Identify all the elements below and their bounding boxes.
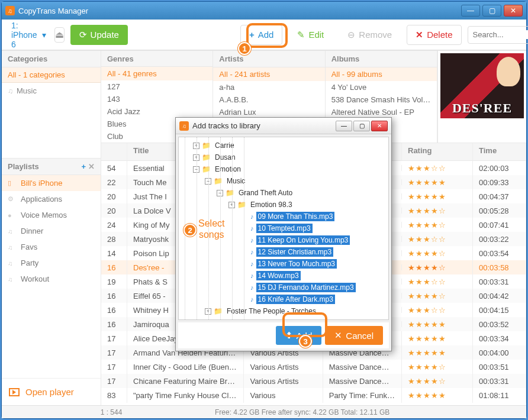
album-art: DES'REE	[440, 53, 524, 118]
track-row[interactable]: 83"party Time Funky House Classi…Various…	[101, 388, 526, 402]
playlist-item[interactable]: ♫Favs	[2, 239, 101, 255]
tree-file-selected[interactable]: ♪12 Sister Christian.mp3	[181, 246, 386, 258]
search-box[interactable]: 🔍	[468, 26, 528, 44]
browser-item[interactable]: 538 Dance Smash Hits Vol…	[326, 93, 437, 106]
device-label: 1: iPhone 6	[11, 21, 37, 49]
browser-item[interactable]: Altered Native Soul - EP	[326, 106, 437, 118]
playlist-item[interactable]: ♫Party	[2, 255, 101, 271]
chevron-down-icon: ▾	[42, 30, 46, 40]
annotation-step-2: 2	[183, 224, 197, 237]
tree-expander[interactable]: +	[205, 320, 211, 321]
genres-all[interactable]: All - 41 genres	[101, 67, 213, 80]
tree-label: 11 Keep On Loving You.mp3	[256, 235, 350, 245]
artists-all[interactable]: All - 241 artists	[213, 67, 324, 81]
status-bar: 1 : 544 Free: 4.22 GB Free after sync: 4…	[2, 405, 526, 418]
browser-item[interactable]: 127	[101, 80, 213, 93]
playlist-item[interactable]: ♫Dinner	[2, 223, 101, 239]
playlists-head-label: Playlists	[8, 162, 39, 171]
playlist-item[interactable]: ⚙Applications	[2, 191, 101, 207]
remove-label: Remove	[359, 30, 392, 40]
tree-file-selected[interactable]: ♪13 Never Too Much.mp3	[181, 258, 386, 270]
remove-button[interactable]: ⊖ Remove	[339, 25, 401, 45]
open-player-button[interactable]: Open player	[2, 378, 101, 405]
dialog-icon: ♫	[179, 121, 189, 131]
tree-node[interactable]: +📁Dusan	[181, 151, 386, 163]
browser-item[interactable]: 4 Yo' Love	[326, 81, 437, 93]
browser-item[interactable]: 143	[101, 93, 213, 105]
tree-label: Hed Kandi_ Nu Disco	[225, 318, 297, 320]
playlist-add-icon[interactable]: +	[81, 162, 86, 171]
browser-item[interactable]: Adrian Lux	[213, 106, 324, 118]
browser-item[interactable]: a-ha	[213, 81, 324, 93]
playlist-label: Favs	[21, 243, 37, 251]
playlist-label: Voice Memos	[21, 211, 67, 219]
albums-all[interactable]: All - 99 albums	[326, 67, 437, 81]
col-time[interactable]: Time	[473, 143, 526, 160]
track-row[interactable]: 17Chicane Featuring Maire Brenna…Various…	[101, 374, 526, 388]
tree-node[interactable]: −📁Emotion	[181, 163, 386, 175]
player-icon	[9, 388, 20, 396]
folder-icon: 📁	[202, 141, 211, 150]
playlist-item[interactable]: ▯Bill's iPhone	[2, 175, 101, 191]
dialog-maximize[interactable]: ▢	[353, 121, 370, 131]
update-label: Update	[91, 30, 119, 40]
browser-item[interactable]: A.A.B.B.	[213, 93, 324, 106]
categories-header: Categories	[2, 51, 101, 67]
category-label: Music	[17, 86, 37, 95]
categories-all[interactable]: All - 1 categories	[2, 67, 101, 83]
tree-file-selected[interactable]: ♪11 Keep On Loving You.mp3	[181, 234, 386, 246]
tree-node[interactable]: +📁Carrie	[181, 140, 386, 151]
upload-icon: ⬆	[285, 330, 293, 341]
browser-item[interactable]: Acid Jazz	[101, 105, 213, 118]
update-button[interactable]: ⟳ Update	[70, 25, 128, 45]
edit-button[interactable]: ✎ Edit	[288, 25, 333, 45]
dialog-close[interactable]: ✕	[371, 121, 388, 131]
open-player-label: Open player	[25, 387, 74, 397]
folder-icon: 📁	[202, 153, 211, 161]
add-tracks-dialog: ♫ Add tracks to library — ▢ ✕ +📁Carrie+📁…	[175, 117, 392, 351]
tree-file-selected[interactable]: ♪16 Knife After Dark.mp3	[181, 293, 386, 305]
tree-file-selected[interactable]: ♪09 More Than This.mp3	[181, 211, 386, 222]
minus-icon: ⊖	[347, 30, 355, 40]
tree-label: Foster The People - Torches	[225, 306, 318, 316]
search-input[interactable]	[473, 30, 528, 39]
device-selector[interactable]: 1: iPhone 6 ▾	[9, 18, 49, 51]
maximize-button[interactable]: ▢	[482, 5, 501, 17]
playlist-item[interactable]: ♫Workout	[2, 271, 101, 287]
playlist-label: Dinner	[21, 227, 43, 235]
tree-node[interactable]: +📁Emotion 98.3	[181, 199, 386, 211]
tree-file-selected[interactable]: ♪14 Wow.mp3	[181, 270, 386, 282]
col-rating[interactable]: Rating	[402, 143, 473, 160]
annotation-step-3: 3	[299, 335, 312, 348]
dialog-title: Add tracks to library	[192, 121, 334, 130]
tree-node[interactable]: +📁Foster The People - Torches	[181, 305, 386, 317]
folder-icon: 📁	[237, 201, 246, 209]
album-art-label: DES'REE	[452, 101, 512, 118]
tree-node[interactable]: −📁Grand Theft Auto	[181, 187, 386, 199]
tree-label: 12 Sister Christian.mp3	[256, 247, 334, 257]
window-title: CopyTrans Manager	[18, 7, 461, 15]
playlist-icon: ♫	[8, 244, 16, 251]
tree-node[interactable]: +📁Hed Kandi_ Nu Disco	[181, 317, 386, 320]
albums-header: Albums	[326, 51, 437, 67]
genres-header: Genres	[101, 51, 213, 67]
close-button[interactable]: ✕	[504, 5, 523, 17]
category-item[interactable]: ♫ Music	[2, 83, 101, 99]
playlist-label: Workout	[21, 274, 49, 283]
tree-node[interactable]: −📁Music	[181, 175, 386, 187]
playlist-item[interactable]: ●Voice Memos	[2, 207, 101, 223]
eject-button[interactable]: ⏏	[54, 27, 65, 43]
minimize-button[interactable]: —	[461, 5, 480, 17]
playlist-remove-icon[interactable]: ✕	[88, 162, 95, 171]
dialog-minimize[interactable]: —	[336, 121, 352, 131]
music-file-icon: ♪	[250, 284, 254, 291]
playlist-icon: ▯	[8, 179, 16, 187]
add-button[interactable]: + Add	[240, 25, 282, 45]
folder-icon: 📁	[226, 189, 234, 197]
track-row[interactable]: 17Inner City - Good Life (Buena Vi…Vario…	[101, 360, 526, 374]
delete-button[interactable]: ✕ Delete	[407, 25, 461, 45]
dialog-cancel-button[interactable]: ✕ Cancel	[325, 326, 383, 345]
tree-file-selected[interactable]: ♪15 DJ Fernando Martinez.mp3	[181, 282, 386, 293]
tree-label: 16 Knife After Dark.mp3	[256, 295, 335, 304]
tree-file-selected[interactable]: ♪10 Tempted.mp3	[181, 222, 386, 234]
